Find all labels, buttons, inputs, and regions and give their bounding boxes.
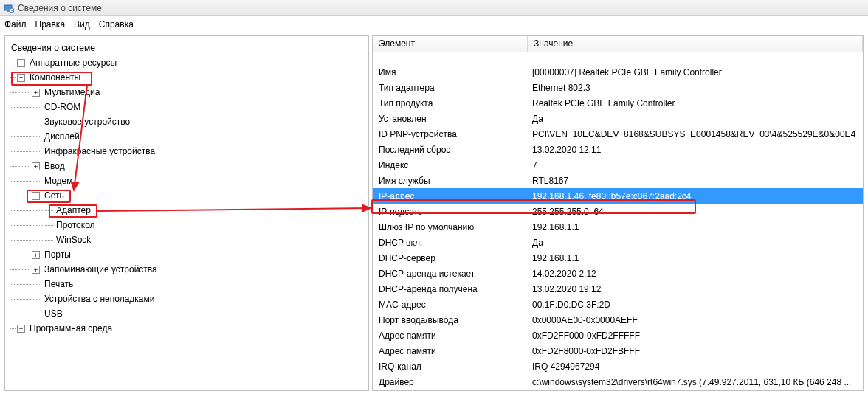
column-value[interactable]: Значение bbox=[528, 36, 863, 52]
tree-print[interactable]: Печать bbox=[10, 277, 368, 291]
tree-storage[interactable]: + Запоминающие устройства bbox=[10, 262, 368, 277]
detail-row[interactable]: Индекс7 bbox=[373, 157, 863, 173]
detail-row[interactable]: Шлюз IP по умолчанию192.168.1.1 bbox=[373, 219, 863, 235]
tree-label: Инфракрасные устройства bbox=[43, 146, 156, 156]
expand-icon[interactable]: + bbox=[17, 59, 25, 67]
tree-label: Дисплей bbox=[43, 131, 81, 142]
detail-row[interactable]: Адрес памяти0xFD2F8000-0xFD2FBFFF bbox=[373, 343, 863, 359]
tree-cdrom[interactable]: CD-ROM bbox=[10, 100, 368, 114]
detail-element: Порт ввода/вывода bbox=[373, 315, 528, 325]
tree-ports[interactable]: + Порты bbox=[10, 247, 368, 262]
detail-row[interactable]: Тип продуктаRealtek PCIe GBE Family Cont… bbox=[373, 95, 863, 111]
detail-element: DHCP-аренда истекает bbox=[373, 269, 528, 279]
detail-value: Да bbox=[528, 238, 863, 248]
detail-row[interactable]: Драйверc:\windows\system32\drivers\rt64w… bbox=[373, 374, 863, 390]
detail-element: IP-подсеть bbox=[373, 207, 528, 217]
tree-display[interactable]: Дисплей bbox=[10, 129, 368, 144]
window-title: Сведения о системе bbox=[18, 3, 102, 13]
detail-value: PCI\VEN_10EC&DEV_8168&SUBSYS_E0001458&RE… bbox=[528, 129, 863, 139]
tree-label: Мультимедиа bbox=[43, 87, 101, 97]
tree-problem[interactable]: Устройства с неполадками bbox=[10, 291, 368, 306]
detail-value: 192.168.1.46, fe80::b57e:c067:2aad:2c4 bbox=[528, 191, 863, 201]
tree-software-env[interactable]: + Программная среда bbox=[10, 321, 368, 336]
tree-adapter[interactable]: Адаптер bbox=[10, 203, 368, 218]
menu-bar: Файл Правка Вид Справка bbox=[0, 16, 868, 32]
detail-value: Ethernet 802.3 bbox=[528, 83, 863, 93]
detail-value: 14.02.2020 2:12 bbox=[528, 269, 863, 279]
detail-value: 13.02.2020 12:11 bbox=[528, 145, 863, 155]
detail-row[interactable]: Тип адаптераEthernet 802.3 bbox=[373, 80, 863, 95]
expand-icon[interactable]: + bbox=[32, 162, 40, 170]
tree-root[interactable]: Сведения о системе bbox=[10, 41, 368, 55]
detail-element: ID PNP-устройства bbox=[373, 129, 528, 139]
detail-element: DHCP-аренда получена bbox=[373, 284, 528, 294]
tree-label: Программная среда bbox=[28, 323, 114, 333]
detail-row[interactable]: Имя[00000007] Realtek PCIe GBE Family Co… bbox=[373, 64, 863, 80]
detail-value: Realtek PCIe GBE Family Controller bbox=[528, 98, 863, 108]
detail-row[interactable]: Имя службыRTL8167 bbox=[373, 173, 863, 188]
detail-value: 0x0000AE00-0x0000AEFF bbox=[528, 315, 863, 325]
column-element[interactable]: Элемент bbox=[373, 36, 528, 52]
detail-element: Имя bbox=[373, 67, 528, 77]
tree-panel[interactable]: Сведения о системе + Аппаратные ресурсы … bbox=[4, 35, 369, 391]
detail-row[interactable]: Порт ввода/вывода0x0000AE00-0x0000AEFF bbox=[373, 312, 863, 328]
detail-row[interactable]: Адрес памяти0xFD2FF000-0xFD2FFFFF bbox=[373, 328, 863, 343]
detail-element: Установлен bbox=[373, 114, 528, 124]
tree-winsock[interactable]: WinSock bbox=[10, 232, 368, 247]
tree-label: Аппаратные ресурсы bbox=[28, 58, 118, 68]
detail-row[interactable]: IRQ-каналIRQ 4294967294 bbox=[373, 359, 863, 374]
tree-components[interactable]: − Компоненты bbox=[10, 70, 368, 85]
detail-value: 192.168.1.1 bbox=[528, 253, 863, 263]
tree-hardware[interactable]: + Аппаратные ресурсы bbox=[10, 55, 368, 70]
menu-help[interactable]: Справка bbox=[99, 19, 134, 30]
expand-icon[interactable]: + bbox=[17, 325, 25, 333]
detail-row[interactable]: DHCP-аренда истекает14.02.2020 2:12 bbox=[373, 266, 863, 281]
tree-label: Протокол bbox=[55, 220, 97, 230]
detail-panel[interactable]: Элемент Значение Имя[00000007] Realtek P… bbox=[372, 35, 864, 391]
tree-infrared[interactable]: Инфракрасные устройства bbox=[10, 144, 368, 159]
detail-row[interactable]: ID PNP-устройстваPCI\VEN_10EC&DEV_8168&S… bbox=[373, 126, 863, 142]
collapse-icon[interactable]: − bbox=[17, 74, 25, 82]
detail-row[interactable]: DHCP-аренда получена13.02.2020 19:12 bbox=[373, 281, 863, 297]
menu-view[interactable]: Вид bbox=[74, 19, 90, 30]
detail-element: DHCP вкл. bbox=[373, 238, 528, 248]
detail-value: 0xFD2FF000-0xFD2FFFFF bbox=[528, 331, 863, 341]
tree-network[interactable]: − Сеть bbox=[10, 188, 368, 203]
menu-edit[interactable]: Правка bbox=[35, 19, 66, 30]
detail-row[interactable]: DHCP-сервер192.168.1.1 bbox=[373, 250, 863, 266]
expand-icon[interactable]: + bbox=[32, 251, 40, 259]
detail-row[interactable]: MAC-адрес00:1F:D0:DC:3F:2D bbox=[373, 297, 863, 312]
detail-row[interactable]: IP-подсеть255.255.255.0, 64 bbox=[373, 204, 863, 219]
tree-input[interactable]: + Ввод bbox=[10, 159, 368, 173]
detail-row[interactable]: Последний сброс13.02.2020 12:11 bbox=[373, 142, 863, 157]
detail-row[interactable]: УстановленДа bbox=[373, 111, 863, 126]
tree-modem[interactable]: Модем bbox=[10, 173, 368, 188]
detail-value: 192.168.1.1 bbox=[528, 222, 863, 232]
tree-label: Модем bbox=[43, 176, 74, 186]
detail-row[interactable]: DHCP вкл.Да bbox=[373, 235, 863, 250]
detail-row[interactable]: IP-адрес192.168.1.46, fe80::b57e:c067:2a… bbox=[373, 188, 863, 204]
tree-label: Компоненты bbox=[28, 72, 82, 83]
detail-element: MAC-адрес bbox=[373, 300, 528, 310]
detail-element: IP-адрес bbox=[373, 191, 528, 201]
expand-icon[interactable]: + bbox=[32, 266, 40, 274]
expand-icon[interactable]: + bbox=[32, 89, 40, 97]
menu-file[interactable]: Файл bbox=[4, 19, 27, 30]
title-bar: Сведения о системе bbox=[0, 0, 868, 16]
tree-label: Адаптер bbox=[55, 205, 92, 215]
tree-label: WinSock bbox=[55, 235, 92, 245]
tree-sound[interactable]: Звуковое устройство bbox=[10, 114, 368, 129]
collapse-icon[interactable]: − bbox=[32, 192, 40, 200]
detail-value: 00:1F:D0:DC:3F:2D bbox=[528, 300, 863, 310]
detail-value: Да bbox=[528, 114, 863, 124]
tree-label: USB bbox=[43, 308, 64, 319]
detail-value: c:\windows\system32\drivers\rt64win7.sys… bbox=[528, 377, 863, 387]
detail-element: Тип адаптера bbox=[373, 83, 528, 93]
detail-element: Адрес памяти bbox=[373, 346, 528, 356]
tree-usb[interactable]: USB bbox=[10, 306, 368, 321]
svg-point-3 bbox=[11, 10, 13, 11]
tree-label: Запоминающие устройства bbox=[43, 264, 159, 274]
tree-label: Ввод bbox=[43, 161, 66, 171]
tree-protocol[interactable]: Протокол bbox=[10, 218, 368, 232]
tree-multimedia[interactable]: + Мультимедиа bbox=[10, 85, 368, 100]
